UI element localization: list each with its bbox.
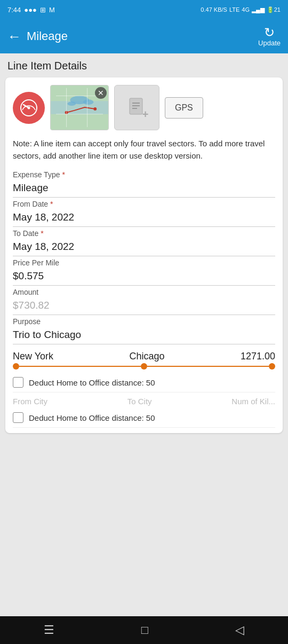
media-row: ✕ + GPS — [13, 85, 275, 130]
expense-type-label: Expense Type * — [13, 170, 275, 179]
purpose-field: Purpose Trio to Chicago — [13, 317, 275, 344]
speedometer-icon — [13, 92, 45, 124]
deduct-checkbox-2[interactable] — [13, 412, 23, 423]
update-label: Update — [258, 39, 281, 47]
section-title: Line Item Details — [5, 60, 283, 72]
update-button[interactable]: ↻ Update — [258, 26, 281, 47]
svg-point-7 — [93, 107, 97, 111]
route-line — [19, 366, 141, 367]
menu-icon[interactable]: ☰ — [44, 623, 54, 637]
to-date-value[interactable]: May 18, 2022 — [13, 239, 275, 256]
note-text: Note: A line item can accept only four t… — [13, 138, 275, 162]
route-to-city: Chicago — [129, 351, 164, 362]
app-bar-left: ← Mileage — [7, 28, 68, 45]
expense-type-field: Expense Type * Mileage — [13, 170, 275, 198]
line-item-card: ✕ + GPS Note: A line item can accept onl — [5, 77, 283, 433]
add-photo-button[interactable]: + — [114, 85, 159, 130]
back-button[interactable]: ← — [7, 28, 21, 45]
amount-label: Amount — [13, 288, 275, 296]
map-close-button[interactable]: ✕ — [95, 87, 107, 99]
price-per-mile-label: Price Per Mile — [13, 258, 275, 267]
from-date-required: * — [50, 200, 53, 208]
placeholder-from-city[interactable]: From City — [13, 397, 47, 406]
expense-type-required: * — [62, 170, 65, 179]
placeholder-to-city[interactable]: To City — [127, 397, 152, 406]
status-left: 7:44 ●●● ⊞ M — [7, 6, 55, 14]
deduct-checkbox-1-label: Deduct Home to Office distance: 50 — [29, 378, 155, 387]
deduct-checkbox-row-2[interactable]: Deduct Home to Office distance: 50 — [13, 408, 275, 428]
from-date-value[interactable]: May 18, 2022 — [13, 209, 275, 227]
deduct-checkbox-1[interactable] — [13, 377, 23, 388]
route-line-2 — [147, 366, 269, 367]
time-label: 7:44 — [7, 6, 21, 14]
purpose-value[interactable]: Trio to Chicago — [13, 327, 275, 344]
from-date-label: From Date * — [13, 200, 275, 208]
back-nav-icon[interactable]: ◁ — [235, 623, 244, 637]
route-dot-start — [13, 363, 19, 370]
placeholder-num-kil[interactable]: Num of Kil... — [231, 397, 275, 406]
app-bar: ← Mileage ↻ Update — [0, 19, 288, 53]
gps-button[interactable]: GPS — [165, 97, 203, 119]
plus-icon: + — [142, 109, 149, 120]
svg-point-5 — [83, 99, 94, 105]
signal-bars: ▂▄▆ — [252, 6, 265, 13]
home-icon[interactable]: □ — [141, 623, 148, 637]
price-per-mile-value[interactable]: $0.575 — [13, 268, 275, 286]
deduct-checkbox-2-label: Deduct Home to Office distance: 50 — [29, 413, 155, 422]
map-thumbnail: ✕ — [50, 85, 109, 130]
to-date-label: To Date * — [13, 229, 275, 238]
from-date-field: From Date * May 18, 2022 — [13, 200, 275, 227]
speedometer-svg — [19, 98, 38, 117]
amount-field: Amount $730.82 — [13, 288, 275, 315]
page-content: Line Item Details — [0, 53, 288, 439]
mail-icon: M — [49, 6, 55, 14]
app-bar-title: Mileage — [27, 29, 68, 43]
deduct-checkbox-row-1[interactable]: Deduct Home to Office distance: 50 — [13, 373, 275, 392]
bottom-nav: ☰ □ ◁ — [0, 616, 288, 644]
route-dot-end — [269, 363, 275, 370]
update-icon: ↻ — [264, 26, 275, 39]
amount-value[interactable]: $730.82 — [13, 297, 275, 315]
svg-point-6 — [68, 101, 76, 106]
add-photo-icon-wrapper: + — [125, 96, 149, 120]
status-bar: 7:44 ●●● ⊞ M 0.47 KB/S LTE 4G ▂▄▆ 🔋21 — [0, 0, 288, 19]
route-distance: 1271.00 — [241, 351, 275, 362]
battery-icon: 🔋21 — [267, 6, 281, 13]
to-date-required: * — [41, 229, 43, 238]
route-dot-mid — [141, 363, 147, 370]
lte-label: LTE — [229, 6, 239, 13]
signal-4g: 4G — [242, 6, 250, 13]
route-from-city: New York — [13, 351, 53, 362]
widget-icon: ⊞ — [40, 6, 46, 14]
purpose-label: Purpose — [13, 317, 275, 326]
route-row: New York Chicago 1271.00 — [13, 347, 275, 362]
network-speed: 0.47 KB/S — [201, 6, 227, 13]
to-date-field: To Date * May 18, 2022 — [13, 229, 275, 256]
expense-type-value[interactable]: Mileage — [13, 180, 275, 198]
svg-point-1 — [28, 106, 30, 109]
placeholder-row: From City To City Num of Kil... — [13, 392, 275, 408]
price-per-mile-field: Price Per Mile $0.575 — [13, 258, 275, 286]
dots-icon: ●●● — [24, 6, 37, 14]
status-right: 0.47 KB/S LTE 4G ▂▄▆ 🔋21 — [201, 6, 281, 13]
route-dots-row — [13, 362, 275, 373]
